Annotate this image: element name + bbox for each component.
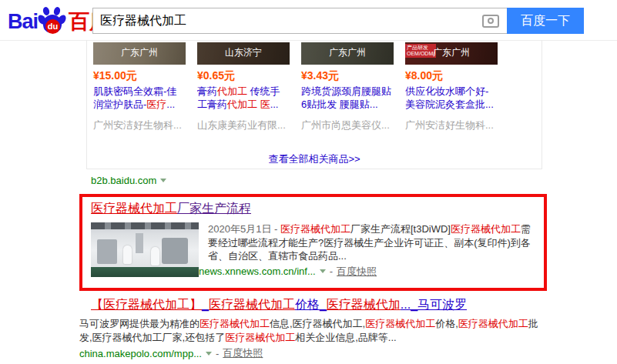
product-image[interactable]: 广东广州 xyxy=(301,42,394,65)
result-url: news.xnnews.com.cn/inf... xyxy=(199,265,316,277)
thumb-worker xyxy=(123,245,132,264)
product-title-link[interactable]: 膏药代加工 传统手工膏药代加工 医... xyxy=(197,85,290,111)
location-badge: 山东济宁 xyxy=(197,46,290,59)
product-price: ¥15.00元 xyxy=(93,69,186,82)
product-card[interactable]: 产品研发 OEM/ODM/ 广东广州 ¥8.00元 供应化妆水哪个好-美容院泥灸… xyxy=(405,42,498,132)
location-badge: 广东广州 xyxy=(301,46,394,59)
view-all-products-link[interactable]: 查看全部相关商品>> xyxy=(87,152,542,166)
baidu-snapshot-link[interactable]: 百度快照 xyxy=(223,346,263,360)
snippet-and-url: 2020年5月1日 - 医疗器械代加工厂家生产流程[t3DiWD]医疗器械代加工… xyxy=(199,222,538,279)
source-url: b2b.baidu.com xyxy=(91,175,156,186)
product-card[interactable]: 广东广州 ¥15.00元 肌肤密码全效霜-佳润堂护肤品-医疗... 广州安洁好生… xyxy=(93,42,186,132)
logo-text-bai: Bai xyxy=(8,10,38,34)
product-image[interactable]: 广东广州 xyxy=(93,42,186,65)
result-url-line: news.xnnews.com.cn/inf... - 百度快照 xyxy=(199,265,538,279)
thumb-machine xyxy=(162,238,188,264)
product-title-link[interactable]: 肌肤密码全效霜-佳润堂护肤品-医疗... xyxy=(93,85,186,111)
baidu-search-results-page: Bai du 百度 百度一下 广东广州 ¥15. xyxy=(0,0,617,364)
dash-separator: - xyxy=(330,265,333,277)
chevron-down-icon[interactable] xyxy=(160,179,166,185)
product-image[interactable]: 产品研发 OEM/ODM/ 广东广州 xyxy=(405,42,498,65)
result-url: china.makepolo.com/mpp... xyxy=(79,348,202,359)
result-body: 2020年5月1日 - 医疗器械代加工厂家生产流程[t3DiWD]医疗器械代加工… xyxy=(91,222,538,279)
highlighted-search-result: 医疗器械代加工厂家生产流程 2020年5月1日 - 医疗器械代加工厂家生产流程[… xyxy=(79,194,547,291)
product-title-link[interactable]: 跨境货源颈肩腰腿贴6贴批发 腰腿贴... xyxy=(301,85,394,111)
chevron-down-icon[interactable] xyxy=(320,269,326,276)
product-title-link[interactable]: 供应化妆水哪个好-美容院泥灸套盒批... xyxy=(405,85,498,111)
location-badge: 广东广州 xyxy=(93,46,186,59)
products-source-line: b2b.baidu.com xyxy=(91,175,166,186)
product-seller: 山东康美药业有限... xyxy=(197,119,290,132)
search-box xyxy=(92,8,507,34)
baidu-snapshot-link[interactable]: 百度快照 xyxy=(337,265,377,279)
logo-text-du: du xyxy=(45,19,60,34)
thumb-worker xyxy=(151,247,159,265)
search-input[interactable] xyxy=(93,8,507,33)
camera-icon[interactable] xyxy=(482,15,499,28)
product-seller: 广州市尚恩美容仪... xyxy=(301,119,394,132)
search-header: Bai du 百度 百度一下 xyxy=(0,0,617,41)
baidu-paw-icon: du xyxy=(39,7,66,36)
product-price: ¥3.43元 xyxy=(301,69,394,82)
product-price: ¥0.65元 xyxy=(197,69,290,82)
thumb-floor xyxy=(91,267,199,277)
search-result: 【医疗器械代加工】_医疗器械代加工价格_医疗器械代加..._马可波罗 马可波罗网… xyxy=(79,297,547,360)
product-seller: 广州安洁好生物科... xyxy=(405,119,498,132)
thumb-machine xyxy=(97,239,117,264)
product-price: ¥8.00元 xyxy=(405,69,498,82)
cleanroom-thumbnail[interactable] xyxy=(91,222,199,277)
dash-separator: - xyxy=(216,348,219,359)
product-image[interactable]: 山东济宁 xyxy=(197,42,290,65)
product-card[interactable]: 山东济宁 ¥0.65元 膏药代加工 传统手工膏药代加工 医... 山东康美药业有… xyxy=(197,42,290,132)
product-cards-row: 广东广州 ¥15.00元 肌肤密码全效霜-佳润堂护肤品-医疗... 广州安洁好生… xyxy=(93,42,498,132)
result-title-link[interactable]: 【医疗器械代加工】_医疗器械代加工价格_医疗器械代加..._马可波罗 xyxy=(79,297,547,313)
result-snippet: 2020年5月1日 - 医疗器械代加工厂家生产流程[t3DiWD]医疗器械代加工… xyxy=(208,222,538,263)
result-url-line: china.makepolo.com/mpp... - 百度快照 xyxy=(79,346,547,360)
search-button[interactable]: 百度一下 xyxy=(507,8,584,34)
thumb-ceiling xyxy=(91,222,199,229)
product-card[interactable]: 广东广州 ¥3.43元 跨境货源颈肩腰腿贴6贴批发 腰腿贴... 广州市尚恩美容… xyxy=(301,42,394,132)
location-badge: 广东广州 xyxy=(405,46,498,59)
chevron-down-icon[interactable] xyxy=(206,352,212,359)
related-products-panel: 广东广州 ¥15.00元 肌肤密码全效霜-佳润堂护肤品-医疗... 广州安洁好生… xyxy=(86,40,542,169)
result-title-link[interactable]: 医疗器械代加工厂家生产流程 xyxy=(91,201,251,217)
result-snippet: 马可波罗网提供最为精准的医疗器械代加工信息,医疗器械代加工,医疗器械代加工价格,… xyxy=(79,317,542,344)
thumb-machine xyxy=(136,233,143,253)
product-seller: 广州安洁好生物科... xyxy=(93,119,186,132)
